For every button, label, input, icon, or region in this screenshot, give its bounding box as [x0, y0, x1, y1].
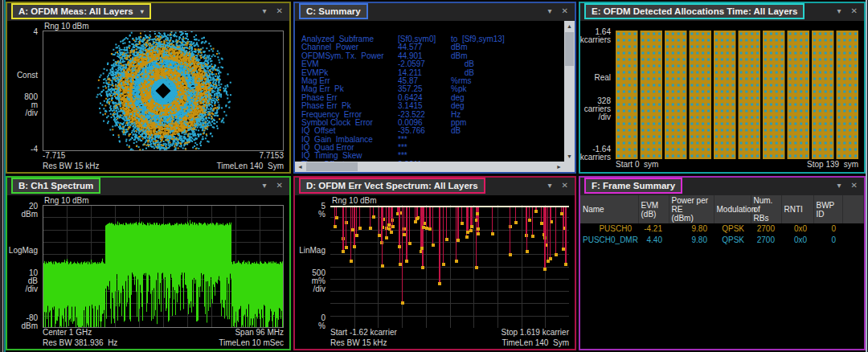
range-label: Rng 10 dBm [44, 22, 89, 31]
x-start-label: Start -1.62 kcarrier [330, 328, 397, 338]
panel-menu-icon[interactable]: ▾ [263, 181, 267, 190]
table-cell [842, 235, 864, 246]
panel-b-tab[interactable]: B: Ch1 Spectrum [11, 178, 100, 194]
panel-f-tab[interactable]: F: Frame Summary [584, 178, 682, 194]
y-scale-per-div: 500 m% /div [312, 269, 326, 293]
table-row[interactable]: PUSCH0_DMRS4.409.80QPSK27000x00 [580, 235, 864, 246]
table-cell: 0x0 [781, 223, 813, 235]
y-tick-top: 4 [33, 28, 38, 36]
summary-row: Symbol Clock Error0.0096ppm [301, 119, 564, 127]
summary-rows: Analyzed Subframe[Sf0,sym0]to [Sf9,sym13… [295, 21, 564, 162]
panel-d-y-axis: 5 % LinMag 500 m% /div 0 % [295, 205, 329, 328]
table-cell: PUSCH0_DMRS [580, 235, 638, 246]
summary-row: EVM-2.0597 dB [301, 60, 564, 68]
close-icon[interactable]: ✕ [851, 6, 858, 16]
table-cell: 0 [813, 235, 842, 246]
summary-row: OFDMSym. Tx. Power44.901dBm [301, 52, 564, 60]
close-icon[interactable]: ✕ [562, 181, 568, 190]
close-icon[interactable]: ✕ [562, 6, 568, 16]
panel-menu-icon[interactable]: ▾ [263, 6, 267, 16]
table-cell: 4.40 [638, 235, 669, 246]
panel-e-y-axis: 1.64 kcarriers Real 328 carriers /div -1… [580, 31, 614, 159]
summary-row: IQ Timing Skew*** [301, 152, 564, 160]
table-cell: -4.21 [638, 223, 669, 235]
spectrum-canvas[interactable] [43, 205, 284, 328]
summary-label: EVMPk [301, 69, 398, 77]
scroll-left-icon[interactable]: ◄ [295, 162, 305, 172]
column-header[interactable] [842, 195, 864, 223]
panel-a-tab[interactable]: A: OFDM Meas: All Layers▾ [11, 3, 151, 19]
scroll-up-icon[interactable]: ▲ [564, 21, 575, 31]
y-axis-format: LogMag [9, 247, 38, 255]
panel-b-y-axis: 20 dBm LogMag 10 dB /div -80 dBm [7, 205, 41, 328]
span-label: Span 96 MHz [235, 328, 284, 338]
spectrum-plot [43, 205, 284, 328]
summary-value: -2.0597 [398, 60, 451, 68]
column-header[interactable]: Modulation [714, 195, 751, 223]
y-axis-format: LinMag [299, 247, 326, 255]
close-icon[interactable]: ✕ [851, 181, 858, 190]
constellation-canvas[interactable] [43, 31, 284, 151]
scroll-right-icon[interactable]: ► [554, 162, 564, 172]
panel-f-titlebar: F: Frame Summary ▾ ✕ [580, 178, 864, 195]
column-header[interactable]: Name [580, 195, 638, 223]
y-tick-bottom: 0 % [318, 314, 326, 330]
column-header[interactable]: Power per RE (dBm) [669, 195, 714, 223]
y-tick-top: 5 % [318, 203, 326, 219]
panel-menu-icon[interactable]: ▾ [548, 6, 552, 16]
allocations-plot [616, 31, 858, 159]
vertical-scroll-thumb[interactable] [565, 32, 574, 66]
panel-menu-icon[interactable]: ▾ [837, 181, 841, 190]
horizontal-scroll-thumb[interactable] [306, 162, 358, 171]
vertical-scrollbar[interactable]: ▲ ▼ [564, 21, 575, 162]
y-tick-bottom: -80 dBm [21, 314, 38, 330]
err-vect-canvas[interactable] [330, 205, 569, 328]
y-tick-bottom: -4 [31, 145, 38, 153]
constellation-plot [43, 31, 284, 151]
frame-summary-table: NameEVM (dB)Power per RE (dBm)Modulation… [580, 195, 864, 245]
horizontal-scrollbar[interactable]: ◄ ► [295, 162, 564, 172]
scrollbar-corner [564, 162, 575, 172]
panel-d-tab[interactable]: D: OFDM Err Vect Spectrum: All Layers [299, 178, 485, 194]
err-vect-plot [330, 205, 569, 328]
panel-menu-icon[interactable]: ▾ [548, 181, 552, 190]
close-icon[interactable]: ✕ [276, 181, 283, 190]
x-tick-right: 7.7153 [259, 151, 284, 162]
summary-row: Frequency Error-23.522Hz [301, 111, 564, 119]
summary-row: Channel Power44.577dBm [301, 43, 564, 51]
summary-label: Mag Err Pk [301, 85, 398, 93]
y-scale-per-div: 328 carriers /div [584, 97, 611, 121]
allocations-canvas[interactable] [616, 31, 858, 159]
close-icon[interactable]: ✕ [276, 6, 283, 16]
column-header[interactable]: BWP ID [813, 195, 842, 223]
summary-unit: deg [451, 102, 465, 110]
timelen-label: TimeLen 140 Sym [502, 338, 569, 349]
summary-row: IQ Gain Imbalance*** [301, 136, 564, 144]
column-header[interactable]: RNTI [781, 195, 813, 223]
panel-e-allocations: E: OFDM Detected Allocations Time: All L… [579, 2, 866, 174]
summary-label: Mag Err [301, 77, 398, 85]
trace-dropdown-icon[interactable]: ▾ [141, 8, 144, 15]
column-header[interactable]: EVM (dB) [638, 195, 669, 223]
panel-c-tab[interactable]: C: Summary [299, 3, 368, 19]
table-row[interactable]: PUSCH0-4.219.80QPSK27000x00 [580, 223, 864, 235]
panel-menu-icon[interactable]: ▾ [837, 6, 841, 16]
center-freq-label: Center 1 GHz [43, 328, 92, 338]
table-cell: 2700 [751, 223, 781, 235]
scroll-down-icon[interactable]: ▼ [564, 151, 575, 162]
panel-a-y-axis: 4 Const 800 m /div -4 [7, 31, 41, 151]
summary-label: OFDMSym. Tx. Power [301, 52, 398, 60]
table-cell: 2700 [751, 235, 781, 246]
panel-b-spectrum: B: Ch1 Spectrum ▾ ✕ Rng 10 dBm 20 dBm Lo… [6, 176, 291, 350]
panel-d-err-vect-spectrum: D: OFDM Err Vect Spectrum: All Layers ▾ … [293, 176, 576, 350]
column-header[interactable]: Num. of RBs [751, 195, 781, 223]
x-tick-left: -7.715 [43, 151, 65, 162]
y-axis-format: Const [17, 72, 38, 80]
table-cell: 9.80 [669, 223, 714, 235]
summary-row: Mag Err Pk357.25%pk [301, 85, 564, 93]
panel-a-ofdm-meas: A: OFDM Meas: All Layers▾ ▾ ✕ Rng 10 dBm… [6, 2, 291, 174]
panel-b-title: B: Ch1 Spectrum [18, 181, 93, 190]
panel-e-tab[interactable]: E: OFDM Detected Allocations Time: All L… [584, 3, 805, 19]
y-scale-per-div: 10 dB /div [25, 269, 38, 293]
summary-row: IQ Quad Error*** [301, 144, 564, 152]
